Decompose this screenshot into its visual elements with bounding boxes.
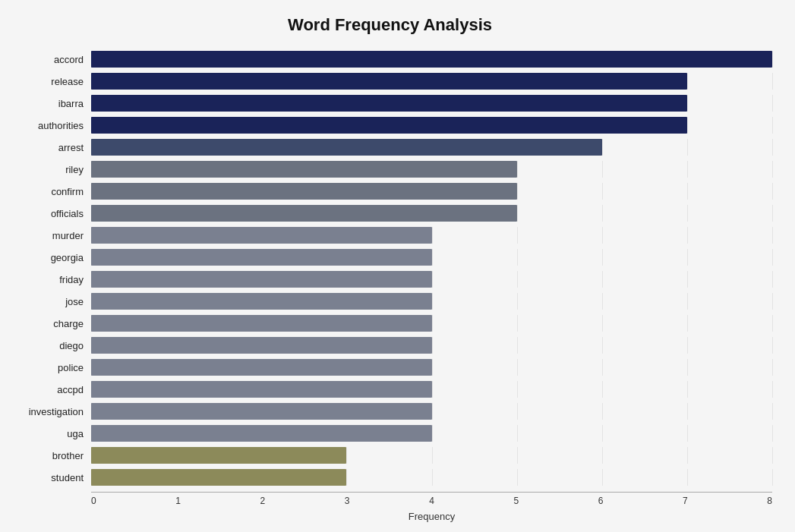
bar-row: georgia [8, 247, 772, 268]
grid-line [772, 293, 773, 310]
grid-line [517, 359, 518, 376]
bar-track [91, 51, 772, 68]
grid-line [772, 161, 773, 178]
bar-track [91, 183, 772, 200]
bar-label: officials [8, 208, 91, 219]
bar-label: georgia [8, 252, 91, 263]
bar-fill [91, 227, 432, 244]
bar-fill [91, 95, 687, 112]
bar-fill [91, 359, 432, 376]
grid-line [602, 359, 603, 376]
bar-label: brother [8, 450, 91, 461]
bar-label: student [8, 472, 91, 483]
grid-line [432, 337, 433, 354]
bar-label: accpd [8, 384, 91, 395]
grid-line [432, 293, 433, 310]
bar-label: friday [8, 274, 91, 285]
grid-line [687, 359, 688, 376]
axis-tick: 1 [175, 496, 181, 506]
grid-line [687, 337, 688, 354]
bar-label: police [8, 362, 91, 373]
bar-label: accord [8, 54, 91, 65]
bar-track [91, 403, 772, 420]
bar-track [91, 359, 772, 376]
bar-row: uga [8, 423, 772, 444]
grid-line [687, 183, 688, 200]
grid-line [687, 249, 688, 266]
bar-fill [91, 73, 687, 90]
bar-label: authorities [8, 120, 91, 131]
bar-row: friday [8, 269, 772, 290]
bar-row: charge [8, 313, 772, 334]
grid-line [432, 447, 433, 464]
bar-track [91, 249, 772, 266]
grid-line [687, 161, 688, 178]
bar-row: riley [8, 159, 772, 180]
grid-line [602, 293, 603, 310]
grid-line [687, 469, 688, 486]
grid-line [432, 359, 433, 376]
bar-label: confirm [8, 186, 91, 197]
grid-line [517, 271, 518, 288]
grid-line [517, 381, 518, 398]
bar-fill [91, 205, 517, 222]
bar-track [91, 139, 772, 156]
bar-row: accpd [8, 379, 772, 400]
bar-row: release [8, 71, 772, 92]
bar-fill [91, 183, 517, 200]
grid-line [772, 425, 773, 442]
grid-line [602, 139, 603, 156]
axis-tick: 3 [345, 496, 350, 506]
grid-line [687, 73, 688, 90]
bar-track [91, 205, 772, 222]
grid-line [517, 425, 518, 442]
grid-line [517, 469, 518, 486]
grid-line [772, 205, 773, 222]
grid-line [772, 51, 773, 68]
x-axis-label: Frequency [91, 511, 772, 522]
grid-line [687, 315, 688, 332]
bar-row: murder [8, 225, 772, 246]
chart-title: Word Frequency Analysis [8, 15, 772, 35]
grid-line [432, 403, 433, 420]
grid-line [687, 293, 688, 310]
bar-fill [91, 315, 432, 332]
grid-line [432, 425, 433, 442]
bar-fill [91, 161, 517, 178]
grid-line [772, 337, 773, 354]
bar-label: release [8, 76, 91, 87]
bar-row: student [8, 467, 772, 488]
bar-track [91, 447, 772, 464]
bar-track [91, 293, 772, 310]
grid-line [772, 227, 773, 244]
grid-line [687, 403, 688, 420]
bar-row: brother [8, 445, 772, 466]
bar-fill [91, 117, 687, 134]
bar-fill [91, 51, 772, 68]
grid-line [772, 447, 773, 464]
bar-track [91, 425, 772, 442]
axis-tick: 6 [598, 496, 604, 506]
bar-row: jose [8, 291, 772, 312]
bar-label: diego [8, 340, 91, 351]
grid-line [687, 139, 688, 156]
bar-fill [91, 469, 346, 486]
bar-fill [91, 139, 602, 156]
grid-line [517, 161, 518, 178]
grid-line [517, 337, 518, 354]
bar-row: accord [8, 49, 772, 70]
bar-track [91, 227, 772, 244]
axis-tick: 2 [260, 496, 266, 506]
grid-line [432, 249, 433, 266]
grid-line [772, 73, 773, 90]
bar-fill [91, 337, 432, 354]
axis-tick: 4 [429, 496, 434, 506]
bar-track [91, 315, 772, 332]
bar-row: diego [8, 335, 772, 356]
grid-line [772, 381, 773, 398]
bar-row: authorities [8, 115, 772, 136]
bar-label: charge [8, 318, 91, 329]
axis-tick: 5 [513, 496, 519, 506]
bar-fill [91, 381, 432, 398]
bar-track [91, 117, 772, 134]
